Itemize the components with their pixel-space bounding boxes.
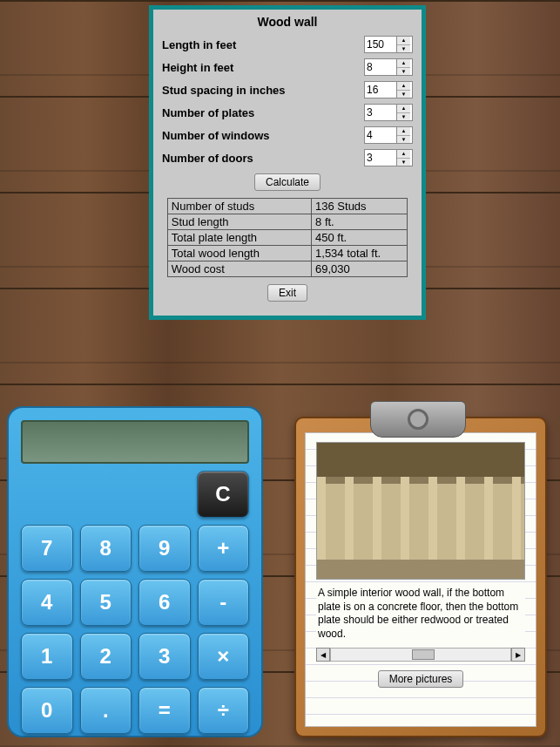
doors-up[interactable]: ▲ [397,150,410,159]
clipboard: A simple interior wood wall, if the bott… [284,401,552,741]
doors-spinner[interactable]: ▲▼ [364,149,413,166]
windows-label: Number of windows [162,129,364,142]
calculate-button[interactable]: Calculate [254,173,320,191]
table-row: Stud length8 ft. [167,214,407,230]
result-studlen-label: Stud length [167,214,311,230]
height-up[interactable]: ▲ [397,59,410,68]
height-spinner[interactable]: ▲▼ [364,58,413,76]
result-studs-label: Number of studs [167,199,311,214]
calc-key-8[interactable]: 8 [80,525,132,572]
result-woodlen-label: Total wood length [167,246,311,261]
wall-photo [316,442,525,580]
length-down[interactable]: ▼ [397,45,410,53]
clipboard-paper: A simple interior wood wall, if the bott… [305,432,536,727]
length-input[interactable] [365,37,396,51]
calc-key-multiply[interactable]: × [198,633,250,680]
calc-key-dot[interactable]: . [80,687,132,734]
stud-framing-icon [317,443,524,579]
calc-key-5[interactable]: 5 [80,579,132,626]
height-input[interactable] [365,60,396,74]
field-doors: Number of doors ▲▼ [162,149,413,166]
length-label: Length in feet [162,38,364,51]
length-spinner[interactable]: ▲▼ [364,36,413,53]
field-length: Length in feet ▲▼ [162,36,413,53]
more-pictures-button[interactable]: More pictures [378,670,464,688]
windows-up[interactable]: ▲ [397,127,410,136]
calc-key-equals[interactable]: = [138,687,191,734]
clipboard-clip-icon [370,401,466,438]
scroll-left-button[interactable]: ◀ [316,648,330,662]
calc-key-2[interactable]: 2 [80,633,132,680]
result-studlen-value: 8 ft. [312,214,408,230]
length-up[interactable]: ▲ [397,37,410,45]
result-cost-value: 69,030 [312,261,408,277]
windows-down[interactable]: ▼ [397,136,410,144]
windows-input[interactable] [365,128,396,142]
scroll-track[interactable] [330,648,511,662]
scroll-thumb[interactable] [412,649,435,660]
doors-input[interactable] [365,151,396,165]
calc-key-9[interactable]: 9 [138,525,191,572]
doors-label: Number of doors [162,152,364,165]
result-cost-label: Wood cost [167,261,311,277]
spacing-label: Stud spacing in inches [162,84,364,97]
photo-caption: A simple interior wood wall, if the bott… [316,585,525,642]
calc-key-0[interactable]: 0 [21,687,73,734]
calc-key-3[interactable]: 3 [138,633,191,680]
result-platelen-value: 450 ft. [312,230,408,246]
results-table: Number of studs136 Studs Stud length8 ft… [167,198,408,277]
spacing-input[interactable] [365,83,396,97]
spacing-down[interactable]: ▼ [397,91,410,98]
plates-up[interactable]: ▲ [397,105,410,113]
field-height: Height in feet ▲▼ [162,58,413,76]
field-spacing: Stud spacing in inches ▲▼ [162,81,413,98]
windows-spinner[interactable]: ▲▼ [364,126,413,144]
spacing-up[interactable]: ▲ [397,82,410,91]
result-studs-value: 136 Studs [312,199,408,214]
horizontal-scrollbar[interactable]: ◀ ▶ [316,648,525,662]
calc-key-divide[interactable]: ÷ [198,687,250,734]
plates-down[interactable]: ▼ [397,113,410,121]
plates-spinner[interactable]: ▲▼ [364,104,413,121]
plates-label: Number of plates [162,106,364,119]
calculator: C 7 8 9 + 4 5 6 - 1 2 3 × 0 . = ÷ [7,406,263,737]
table-row: Wood cost69,030 [167,261,407,277]
calc-key-plus[interactable]: + [198,525,250,572]
calc-key-6[interactable]: 6 [138,579,191,626]
field-windows: Number of windows ▲▼ [162,126,413,144]
height-label: Height in feet [162,61,364,74]
calculator-display [21,420,249,464]
table-row: Total wood length1,534 total ft. [167,246,407,261]
doors-down[interactable]: ▼ [397,159,410,166]
calc-key-4[interactable]: 4 [21,579,73,626]
calc-key-1[interactable]: 1 [21,633,73,680]
field-plates: Number of plates ▲▼ [162,104,413,121]
calc-key-minus[interactable]: - [198,579,250,626]
panel-title: Wood wall [162,15,413,29]
calc-key-clear[interactable]: C [197,471,249,518]
spacing-spinner[interactable]: ▲▼ [364,81,413,98]
result-woodlen-value: 1,534 total ft. [312,246,408,261]
exit-button[interactable]: Exit [267,284,307,302]
plates-input[interactable] [365,105,396,119]
height-down[interactable]: ▼ [397,68,410,76]
table-row: Number of studs136 Studs [167,199,407,214]
table-row: Total plate length450 ft. [167,230,407,246]
calc-key-7[interactable]: 7 [21,525,73,572]
result-platelen-label: Total plate length [167,230,311,246]
scroll-right-button[interactable]: ▶ [511,648,525,662]
wood-wall-panel: Wood wall Length in feet ▲▼ Height in fe… [149,5,426,320]
